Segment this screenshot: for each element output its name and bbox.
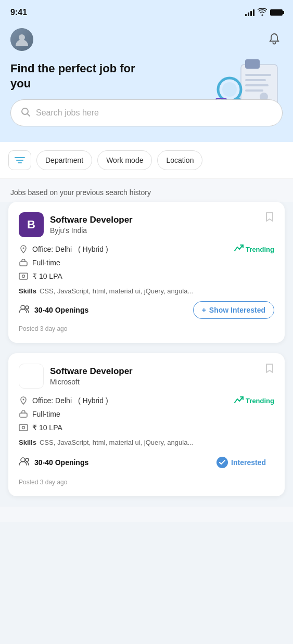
svg-rect-3 <box>245 74 271 76</box>
job-card-1-header: B Software Developer Byju's India <box>19 212 274 237</box>
search-bar[interactable]: Search jobs here <box>10 99 283 126</box>
bottom-spacer <box>0 507 293 522</box>
search-placeholder: Search jobs here <box>36 108 99 118</box>
job-2-openings-text: 30-40 Openings <box>34 458 88 467</box>
job-1-salary-left: ₹ 10 LPA <box>19 272 62 281</box>
job-2-trending-badge: Trending <box>234 396 274 405</box>
job-1-skills-row: Skills CSS, JavaScript, html, material u… <box>19 287 274 295</box>
job-1-openings-text: 30-40 Openings <box>34 306 88 314</box>
job-1-trending-label: Trending <box>246 246 274 253</box>
show-interested-button-1[interactable]: + Show Interested <box>193 301 274 319</box>
job-2-posted-time: Posted 3 day ago <box>19 479 274 486</box>
header-title: Find the perfect job for you <box>10 61 146 91</box>
briefcase-icon-2 <box>19 409 28 419</box>
avatar-image <box>10 28 33 51</box>
svg-rect-5 <box>245 84 269 86</box>
svg-rect-28 <box>19 424 28 431</box>
job-2-title: Software Developer <box>50 366 133 377</box>
interested-button-2[interactable]: Interested <box>208 453 274 472</box>
job-1-employment-left: Full-time <box>19 258 60 267</box>
job-1-details: Office: Delhi ( Hybrid ) Trending <box>19 244 274 281</box>
signal-icon <box>245 9 254 16</box>
location-filter[interactable]: Location <box>157 150 202 170</box>
job-2-location: Office: Delhi <box>32 396 72 405</box>
header-top <box>10 28 283 51</box>
svg-point-31 <box>26 458 29 461</box>
location-pin-icon-2 <box>19 396 28 405</box>
battery-icon <box>270 9 283 16</box>
location-pin-icon-1 <box>19 244 28 254</box>
job-2-trending-label: Trending <box>246 397 274 405</box>
job-2-footer: 30-40 Openings Interested <box>19 453 274 472</box>
check-circle-icon <box>216 457 228 468</box>
job-1-location: Office: Delhi <box>32 245 72 253</box>
job-1-openings: 30-40 Openings <box>19 305 88 315</box>
job-2-location-left: Office: Delhi ( Hybrid ) <box>19 396 108 405</box>
job-2-salary-row: ₹ 10 LPA <box>19 423 274 432</box>
job-2-skills-row: Skills CSS, JavaScript, html, material u… <box>19 439 274 446</box>
svg-line-16 <box>28 114 30 117</box>
job-1-company: Byju's India <box>50 226 133 235</box>
svg-rect-6 <box>245 89 263 92</box>
header-section: Find the perfect job for you <box>0 23 293 142</box>
bookmark-icon-1[interactable] <box>265 211 274 225</box>
job-1-footer: 30-40 Openings + Show Interested <box>19 301 274 319</box>
job-2-salary: ₹ 10 LPA <box>32 423 62 432</box>
svg-point-20 <box>23 248 24 249</box>
svg-rect-27 <box>20 413 27 417</box>
job-2-location-row: Office: Delhi ( Hybrid ) Trending <box>19 396 274 405</box>
byju-logo: B <box>19 212 44 237</box>
svg-rect-21 <box>20 262 27 266</box>
notification-bell-icon[interactable] <box>266 31 283 48</box>
job-2-employment-row: Full-time <box>19 409 274 419</box>
job-card-2-logo-title: Software Developer Microsoft <box>19 364 133 389</box>
job-1-location-left: Office: Delhi ( Hybrid ) <box>19 244 108 254</box>
job-1-posted-time: Posted 3 day ago <box>19 325 274 332</box>
status-bar: 9:41 <box>0 0 293 23</box>
svg-rect-22 <box>19 273 28 279</box>
department-filter[interactable]: Department <box>36 150 92 170</box>
openings-icon-1 <box>19 305 30 315</box>
search-icon <box>20 107 31 119</box>
filter-icon-button[interactable] <box>8 150 31 170</box>
job-2-work-type: ( Hybrid ) <box>78 396 108 405</box>
job-2-details: Office: Delhi ( Hybrid ) Trending <box>19 396 274 432</box>
job-1-title-company: Software Developer Byju's India <box>50 215 133 235</box>
status-time: 9:41 <box>10 8 27 17</box>
search-bar-wrapper: Search jobs here <box>10 99 283 126</box>
job-2-employment-left: Full-time <box>19 409 60 419</box>
svg-point-25 <box>26 306 29 309</box>
job-2-company: Microsoft <box>50 378 133 386</box>
wifi-icon <box>258 8 267 17</box>
job-2-skills: CSS, JavaScript, html, material ui, jQue… <box>40 439 193 446</box>
bookmark-icon-2[interactable] <box>265 363 274 377</box>
salary-icon-1 <box>19 272 28 281</box>
job-2-employment-type: Full-time <box>32 410 60 418</box>
salary-icon-2 <box>19 423 28 432</box>
job-1-skills-label: Skills <box>19 287 36 295</box>
briefcase-icon-1 <box>19 258 28 267</box>
job-1-salary: ₹ 10 LPA <box>32 272 62 280</box>
trending-arrow-icon-2 <box>234 396 244 405</box>
microsoft-logo <box>19 364 44 389</box>
job-1-work-type: ( Hybrid ) <box>78 245 108 253</box>
job-2-salary-left: ₹ 10 LPA <box>19 423 62 432</box>
status-icons <box>245 8 283 17</box>
job-card-1-logo-title: B Software Developer Byju's India <box>19 212 133 237</box>
job-card-1: B Software Developer Byju's India <box>8 202 285 343</box>
svg-rect-2 <box>245 59 260 69</box>
job-1-skills: CSS, JavaScript, html, material ui, jQue… <box>40 287 193 295</box>
job-card-2-header: Software Developer Microsoft <box>19 364 274 389</box>
svg-point-26 <box>23 399 24 401</box>
workmode-filter[interactable]: Work mode <box>97 150 152 170</box>
avatar[interactable] <box>10 28 33 51</box>
job-2-title-company: Software Developer Microsoft <box>50 366 133 386</box>
svg-point-29 <box>22 427 25 429</box>
job-2-skills-label: Skills <box>19 439 36 446</box>
filter-section: Department Work mode Location <box>0 142 293 179</box>
job-1-trending-badge: Trending <box>234 244 274 254</box>
svg-point-23 <box>22 275 25 278</box>
plus-icon-1: + <box>202 306 206 314</box>
job-1-title: Software Developer <box>50 215 133 225</box>
trending-arrow-icon-1 <box>234 244 244 254</box>
